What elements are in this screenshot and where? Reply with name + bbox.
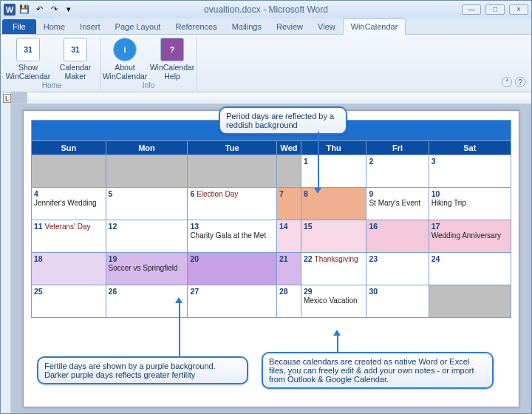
dow-sun: Sun	[32, 141, 106, 155]
tab-insert[interactable]: Insert	[72, 19, 108, 34]
redo-button[interactable]: ↷	[48, 4, 60, 16]
tab-page-layout[interactable]: Page Layout	[108, 19, 168, 34]
tab-references[interactable]: References	[168, 19, 224, 34]
cell-blank[interactable]	[106, 155, 188, 188]
cell-25[interactable]: 25	[32, 285, 106, 318]
ribbon-help-button[interactable]: ?	[515, 77, 525, 87]
cell-16[interactable]: 16	[366, 220, 429, 253]
callout-pointer	[318, 132, 319, 189]
dow-mon: Mon	[106, 141, 188, 155]
wincalendar-help-label: WinCalendar Help	[150, 63, 195, 81]
cell-11[interactable]: 11 Veterans' Day	[32, 220, 106, 253]
cell-20[interactable]: 20	[188, 253, 277, 285]
cell-9[interactable]: 9St Mary's Event	[366, 188, 429, 220]
callout-period: Period days are reflected by a reddish b…	[219, 106, 347, 135]
wincalendar-help-button[interactable]: ? WinCalendar Help	[151, 36, 194, 81]
callout-notes: Because calendars are created as native …	[262, 352, 494, 389]
cell-3[interactable]: 3	[429, 155, 511, 188]
show-wincalendar-button[interactable]: 31 Show WinCalendar	[7, 36, 50, 81]
ribbon-tabs: File Home Insert Page Layout References …	[1, 18, 531, 35]
titlebar: W 💾 ↶ ↷ ▾ ovualtion.docx - Microsoft Wor…	[1, 1, 531, 18]
ribbon-group-home: 31 Show WinCalendar 31 Calendar Maker Ho…	[4, 36, 100, 90]
about-wincalendar-button[interactable]: i About WinCalendar	[103, 36, 146, 81]
cell-19[interactable]: 19Soccer vs Springfield	[106, 253, 188, 285]
cell-28[interactable]: 28	[277, 285, 301, 318]
tab-file[interactable]: File	[2, 19, 36, 34]
cell-7[interactable]: 7	[277, 188, 301, 220]
cell-21[interactable]: 21	[277, 253, 301, 285]
cell-blank[interactable]	[429, 285, 511, 318]
calendar-maker-button[interactable]: 31 Calendar Maker	[54, 36, 97, 81]
callout-pointer	[337, 334, 338, 353]
callout-fertile: Fertile days are shown by a purple backg…	[37, 356, 248, 384]
app-window: W 💾 ↶ ↷ ▾ ovualtion.docx - Microsoft Wor…	[0, 0, 532, 414]
tab-home[interactable]: Home	[36, 19, 72, 34]
tab-mailings[interactable]: Mailings	[225, 19, 269, 34]
tab-review[interactable]: Review	[269, 19, 310, 34]
dow-fri: Fri	[366, 141, 429, 155]
page[interactable]: ~ November ~ Sun Mon Tue Wed Thu Fri Sat	[23, 110, 519, 407]
cell-12[interactable]: 12	[106, 220, 188, 253]
cell-8[interactable]: 8	[301, 188, 366, 220]
cell-18[interactable]: 18	[32, 253, 106, 285]
dow-wed: Wed	[277, 141, 301, 155]
tab-wincalendar[interactable]: WinCalendar	[343, 18, 406, 35]
window-title: ovualtion.docx - Microsoft Word	[1, 4, 531, 15]
horizontal-ruler	[11, 92, 531, 104]
about-wincalendar-label: About WinCalendar	[103, 63, 148, 81]
cell-blank[interactable]	[188, 155, 277, 188]
word-icon: W	[4, 4, 16, 16]
calendar-maker-label: Calendar Maker	[54, 63, 97, 81]
arrow-up-icon	[175, 297, 183, 303]
cell-6[interactable]: 6 Election Day	[188, 188, 277, 220]
ribbon-group-info: i About WinCalendar ? WinCalendar Help I…	[100, 36, 197, 90]
cell-22[interactable]: 22 Thanksgiving	[301, 253, 366, 285]
cell-13[interactable]: 13Charity Gala at the Met	[188, 220, 277, 253]
ribbon: 31 Show WinCalendar 31 Calendar Maker Ho…	[1, 35, 531, 92]
callout-pointer	[179, 302, 180, 358]
dow-tue: Tue	[188, 141, 277, 155]
cell-blank[interactable]	[32, 155, 106, 188]
calendar-icon: 31	[16, 38, 40, 61]
qat-more[interactable]: ▾	[63, 4, 75, 16]
maximize-button[interactable]: □	[485, 4, 505, 15]
arrow-down-icon	[314, 188, 321, 194]
vertical-ruler	[1, 92, 11, 413]
show-wincalendar-label: Show WinCalendar	[6, 63, 51, 81]
group-label-home: Home	[42, 81, 62, 90]
document-viewport[interactable]: ~ November ~ Sun Mon Tue Wed Thu Fri Sat	[11, 104, 531, 413]
calendar-table[interactable]: ~ November ~ Sun Mon Tue Wed Thu Fri Sat	[31, 120, 511, 318]
cell-24[interactable]: 24	[429, 253, 511, 285]
minimize-button[interactable]: —	[462, 4, 481, 15]
cell-30[interactable]: 30	[366, 285, 429, 318]
ribbon-collapse-button[interactable]: ˄	[502, 77, 512, 87]
tab-view[interactable]: View	[310, 19, 343, 34]
cell-15[interactable]: 15	[301, 220, 366, 253]
cell-4[interactable]: 4Jennifer's Wedding	[32, 188, 106, 220]
dow-thu: Thu	[301, 141, 366, 155]
cell-blank[interactable]	[277, 155, 301, 188]
group-label-info: Info	[143, 81, 155, 90]
undo-button[interactable]: ↶	[33, 4, 45, 16]
cell-1[interactable]: 1	[301, 155, 366, 188]
dow-sat: Sat	[429, 141, 511, 155]
cell-23[interactable]: 23	[366, 253, 429, 285]
cell-2[interactable]: 2	[366, 155, 429, 188]
close-button[interactable]: ×	[509, 4, 528, 15]
cell-17[interactable]: 17Wedding Anniversary	[429, 220, 511, 253]
arrow-up-icon	[333, 330, 341, 336]
cell-14[interactable]: 14	[277, 220, 301, 253]
help-icon: ?	[160, 38, 184, 61]
save-button[interactable]: 💾	[18, 4, 30, 16]
cell-29[interactable]: 29Mexico Vacation	[301, 285, 366, 318]
calendar-icon: 31	[64, 38, 87, 61]
cell-10[interactable]: 10Hiking Trip	[429, 188, 511, 220]
cell-5[interactable]: 5	[106, 188, 188, 220]
cell-27[interactable]: 27	[188, 285, 277, 318]
info-icon: i	[113, 38, 137, 61]
quick-access-toolbar: W 💾 ↶ ↷ ▾	[4, 4, 75, 16]
document-area: ~ November ~ Sun Mon Tue Wed Thu Fri Sat	[1, 92, 531, 413]
